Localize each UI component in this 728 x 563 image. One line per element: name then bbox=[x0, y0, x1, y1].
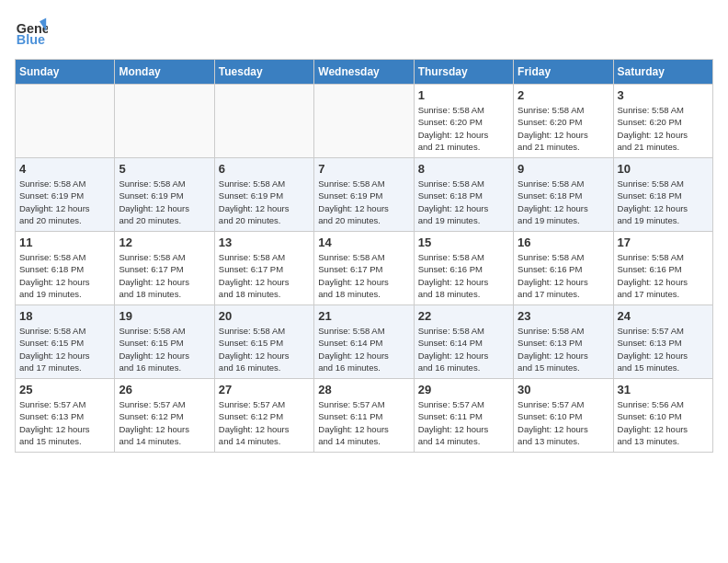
day-info: Sunrise: 5:58 AMSunset: 6:16 PMDaylight:… bbox=[518, 251, 609, 300]
day-number: 22 bbox=[418, 309, 509, 323]
calendar-week-4: 18Sunrise: 5:58 AMSunset: 6:15 PMDayligh… bbox=[16, 305, 713, 379]
calendar-day: 5Sunrise: 5:58 AMSunset: 6:19 PMDaylight… bbox=[115, 158, 214, 232]
day-number: 13 bbox=[219, 236, 310, 249]
day-info: Sunrise: 5:57 AMSunset: 6:13 PMDaylight:… bbox=[19, 398, 110, 447]
calendar-day: 31Sunrise: 5:56 AMSunset: 6:10 PMDayligh… bbox=[613, 379, 712, 453]
day-number: 9 bbox=[518, 162, 609, 176]
weekday-header-row: SundayMondayTuesdayWednesdayThursdayFrid… bbox=[16, 60, 713, 85]
calendar-day: 18Sunrise: 5:58 AMSunset: 6:15 PMDayligh… bbox=[16, 305, 115, 379]
calendar-day: 20Sunrise: 5:58 AMSunset: 6:15 PMDayligh… bbox=[214, 305, 313, 379]
calendar-day: 8Sunrise: 5:58 AMSunset: 6:18 PMDaylight… bbox=[414, 158, 513, 232]
day-number: 18 bbox=[19, 309, 110, 323]
day-number: 29 bbox=[418, 383, 509, 396]
calendar-day bbox=[214, 85, 313, 158]
calendar-day: 6Sunrise: 5:58 AMSunset: 6:19 PMDaylight… bbox=[214, 158, 313, 232]
day-number: 28 bbox=[318, 383, 409, 396]
day-info: Sunrise: 5:57 AMSunset: 6:13 PMDaylight:… bbox=[618, 325, 709, 373]
day-info: Sunrise: 5:58 AMSunset: 6:14 PMDaylight:… bbox=[418, 325, 509, 373]
weekday-header-monday: Monday bbox=[115, 60, 214, 85]
page-header: General Blue bbox=[15, 15, 713, 48]
day-info: Sunrise: 5:58 AMSunset: 6:17 PMDaylight:… bbox=[318, 251, 409, 300]
day-info: Sunrise: 5:58 AMSunset: 6:15 PMDaylight:… bbox=[219, 325, 310, 373]
day-number: 2 bbox=[518, 88, 609, 102]
calendar-day: 22Sunrise: 5:58 AMSunset: 6:14 PMDayligh… bbox=[414, 305, 513, 379]
calendar-day: 17Sunrise: 5:58 AMSunset: 6:16 PMDayligh… bbox=[613, 232, 712, 305]
day-info: Sunrise: 5:57 AMSunset: 6:11 PMDaylight:… bbox=[318, 398, 409, 447]
calendar-day: 2Sunrise: 5:58 AMSunset: 6:20 PMDaylight… bbox=[514, 85, 613, 158]
calendar-week-2: 4Sunrise: 5:58 AMSunset: 6:19 PMDaylight… bbox=[16, 158, 713, 232]
weekday-header-wednesday: Wednesday bbox=[314, 60, 414, 85]
calendar-day: 4Sunrise: 5:58 AMSunset: 6:19 PMDaylight… bbox=[16, 158, 115, 232]
day-number: 23 bbox=[518, 309, 609, 323]
calendar-day: 12Sunrise: 5:58 AMSunset: 6:17 PMDayligh… bbox=[115, 232, 214, 305]
calendar-day: 1Sunrise: 5:58 AMSunset: 6:20 PMDaylight… bbox=[414, 85, 513, 158]
day-number: 20 bbox=[219, 309, 310, 323]
day-info: Sunrise: 5:58 AMSunset: 6:19 PMDaylight:… bbox=[219, 178, 310, 226]
day-number: 10 bbox=[618, 162, 709, 176]
day-number: 31 bbox=[618, 383, 709, 396]
calendar-week-3: 11Sunrise: 5:58 AMSunset: 6:18 PMDayligh… bbox=[16, 232, 713, 305]
day-info: Sunrise: 5:57 AMSunset: 6:12 PMDaylight:… bbox=[119, 398, 210, 447]
calendar-day: 13Sunrise: 5:58 AMSunset: 6:17 PMDayligh… bbox=[214, 232, 313, 305]
day-info: Sunrise: 5:58 AMSunset: 6:18 PMDaylight:… bbox=[518, 178, 609, 226]
calendar-day: 24Sunrise: 5:57 AMSunset: 6:13 PMDayligh… bbox=[613, 305, 712, 379]
day-info: Sunrise: 5:58 AMSunset: 6:19 PMDaylight:… bbox=[19, 178, 110, 226]
day-number: 26 bbox=[119, 383, 210, 396]
day-number: 24 bbox=[618, 309, 709, 323]
weekday-header-sunday: Sunday bbox=[16, 60, 115, 85]
calendar-day: 3Sunrise: 5:58 AMSunset: 6:20 PMDaylight… bbox=[613, 85, 712, 158]
day-info: Sunrise: 5:57 AMSunset: 6:12 PMDaylight:… bbox=[219, 398, 310, 447]
day-info: Sunrise: 5:58 AMSunset: 6:20 PMDaylight:… bbox=[618, 104, 709, 153]
calendar-day: 28Sunrise: 5:57 AMSunset: 6:11 PMDayligh… bbox=[314, 379, 414, 453]
day-info: Sunrise: 5:58 AMSunset: 6:16 PMDaylight:… bbox=[618, 251, 709, 300]
day-number: 25 bbox=[19, 383, 110, 396]
day-number: 8 bbox=[418, 162, 509, 176]
calendar-day: 9Sunrise: 5:58 AMSunset: 6:18 PMDaylight… bbox=[514, 158, 613, 232]
day-number: 12 bbox=[119, 236, 210, 249]
calendar-week-5: 25Sunrise: 5:57 AMSunset: 6:13 PMDayligh… bbox=[16, 379, 713, 453]
calendar-day: 16Sunrise: 5:58 AMSunset: 6:16 PMDayligh… bbox=[514, 232, 613, 305]
calendar-day: 14Sunrise: 5:58 AMSunset: 6:17 PMDayligh… bbox=[314, 232, 414, 305]
day-info: Sunrise: 5:58 AMSunset: 6:20 PMDaylight:… bbox=[518, 104, 609, 153]
calendar-day: 15Sunrise: 5:58 AMSunset: 6:16 PMDayligh… bbox=[414, 232, 513, 305]
calendar-day: 7Sunrise: 5:58 AMSunset: 6:19 PMDaylight… bbox=[314, 158, 414, 232]
calendar-day: 10Sunrise: 5:58 AMSunset: 6:18 PMDayligh… bbox=[613, 158, 712, 232]
day-info: Sunrise: 5:57 AMSunset: 6:11 PMDaylight:… bbox=[418, 398, 509, 447]
day-info: Sunrise: 5:57 AMSunset: 6:10 PMDaylight:… bbox=[518, 398, 609, 447]
weekday-header-friday: Friday bbox=[514, 60, 613, 85]
day-info: Sunrise: 5:58 AMSunset: 6:15 PMDaylight:… bbox=[19, 325, 110, 373]
day-number: 30 bbox=[518, 383, 609, 396]
day-info: Sunrise: 5:58 AMSunset: 6:18 PMDaylight:… bbox=[19, 251, 110, 300]
day-info: Sunrise: 5:58 AMSunset: 6:18 PMDaylight:… bbox=[618, 178, 709, 226]
day-info: Sunrise: 5:58 AMSunset: 6:18 PMDaylight:… bbox=[418, 178, 509, 226]
day-info: Sunrise: 5:58 AMSunset: 6:13 PMDaylight:… bbox=[518, 325, 609, 373]
day-info: Sunrise: 5:56 AMSunset: 6:10 PMDaylight:… bbox=[618, 398, 709, 447]
calendar-day: 29Sunrise: 5:57 AMSunset: 6:11 PMDayligh… bbox=[414, 379, 513, 453]
calendar-day: 30Sunrise: 5:57 AMSunset: 6:10 PMDayligh… bbox=[514, 379, 613, 453]
day-info: Sunrise: 5:58 AMSunset: 6:20 PMDaylight:… bbox=[418, 104, 509, 153]
day-number: 4 bbox=[19, 162, 110, 176]
day-number: 17 bbox=[618, 236, 709, 249]
calendar-day: 25Sunrise: 5:57 AMSunset: 6:13 PMDayligh… bbox=[16, 379, 115, 453]
day-info: Sunrise: 5:58 AMSunset: 6:15 PMDaylight:… bbox=[119, 325, 210, 373]
calendar-day: 23Sunrise: 5:58 AMSunset: 6:13 PMDayligh… bbox=[514, 305, 613, 379]
logo-icon: General Blue bbox=[15, 15, 48, 48]
calendar-day: 21Sunrise: 5:58 AMSunset: 6:14 PMDayligh… bbox=[314, 305, 414, 379]
day-number: 7 bbox=[318, 162, 409, 176]
day-info: Sunrise: 5:58 AMSunset: 6:17 PMDaylight:… bbox=[219, 251, 310, 300]
svg-text:Blue: Blue bbox=[17, 32, 45, 47]
day-number: 14 bbox=[318, 236, 409, 249]
weekday-header-saturday: Saturday bbox=[613, 60, 712, 85]
day-number: 11 bbox=[19, 236, 110, 249]
day-number: 21 bbox=[318, 309, 409, 323]
day-info: Sunrise: 5:58 AMSunset: 6:16 PMDaylight:… bbox=[418, 251, 509, 300]
calendar-day: 19Sunrise: 5:58 AMSunset: 6:15 PMDayligh… bbox=[115, 305, 214, 379]
calendar-week-1: 1Sunrise: 5:58 AMSunset: 6:20 PMDaylight… bbox=[16, 85, 713, 158]
day-number: 5 bbox=[119, 162, 210, 176]
calendar-table: SundayMondayTuesdayWednesdayThursdayFrid… bbox=[15, 59, 713, 453]
day-info: Sunrise: 5:58 AMSunset: 6:14 PMDaylight:… bbox=[318, 325, 409, 373]
calendar-day: 26Sunrise: 5:57 AMSunset: 6:12 PMDayligh… bbox=[115, 379, 214, 453]
calendar-day bbox=[314, 85, 414, 158]
day-number: 16 bbox=[518, 236, 609, 249]
day-info: Sunrise: 5:58 AMSunset: 6:19 PMDaylight:… bbox=[318, 178, 409, 226]
